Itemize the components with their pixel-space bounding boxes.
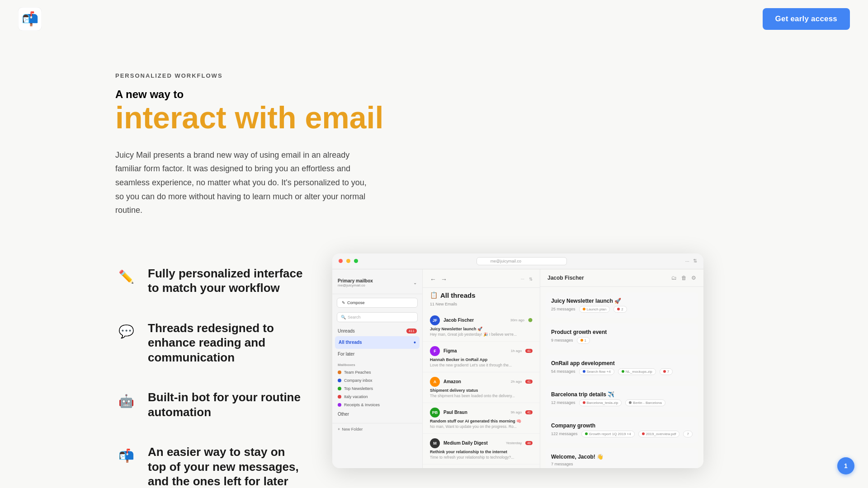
avatar: A <box>430 377 440 387</box>
traffic-light-maximize[interactable] <box>354 259 358 263</box>
logo: 📬 <box>18 7 42 31</box>
app-sidebar: Primary mailbox me@juicymail.co ⌄ ✎ Comp… <box>332 269 423 468</box>
detail-thread-item[interactable]: Barcelona trip details ✈️ 12 messages Ba… <box>546 386 698 412</box>
thread-detail-header: Jacob Fischer 🗂 🗑 ⚙ <box>540 269 703 287</box>
detail-thread-item[interactable]: Company growth 122 messages Growth repor… <box>546 417 698 443</box>
compose-button[interactable]: ✎ Compose <box>337 298 418 308</box>
mailbox-email: me@juicymail.co <box>338 283 373 287</box>
thread-list-subtitle: 11 New Emails <box>423 300 540 311</box>
main-content: PERSONALIZED WORKFLOWS A new way to inte… <box>0 0 868 488</box>
detail-thread-item[interactable]: OnRail app development 54 messages Searc… <box>546 355 698 380</box>
avatar: M <box>430 438 440 448</box>
thread-list: ← → ··· ⇅ 📋 All threads 11 New Emails <box>423 269 540 468</box>
detail-thread-item[interactable]: Welcome, Jacob! 👋 7 messages <box>546 448 698 468</box>
feature-icon-0: ✏️ <box>115 266 137 288</box>
thread-list-title: All threads <box>440 291 476 299</box>
thread-item[interactable]: PB Paul Braun 9h ago 41 Random stuff our… <box>423 403 540 434</box>
thread-item[interactable]: A Amazon 2h ago 41 Shipment delivery sta… <box>423 372 540 403</box>
traffic-light-close[interactable] <box>339 259 343 263</box>
search-bar[interactable]: 🔍 Search <box>337 312 418 322</box>
settings-icon[interactable]: ⚙ <box>691 275 696 281</box>
feature-text-2: Built-in bot for your routine automation <box>148 390 305 419</box>
avatar: PB <box>430 408 440 418</box>
detail-thread-item[interactable]: Product growth event 9 messages 1 <box>546 324 698 349</box>
feature-item-3: 📬 An easier way to stay on top of your n… <box>115 432 305 488</box>
svg-text:📬: 📬 <box>22 11 39 27</box>
mailbox-label: Primary mailbox <box>338 278 373 283</box>
folder-company-inbox[interactable]: Company inbox <box>332 376 422 385</box>
thread-item[interactable]: JF Jacob Fischer 30m ago 🟢 Juicy Newslet… <box>423 311 540 342</box>
feature-text-3: An easier way to stay on top of your new… <box>148 445 305 488</box>
features-list: ✏️ Fully personalized interface to match… <box>115 253 305 488</box>
sidebar-nav-other[interactable]: Other <box>332 409 422 419</box>
avatar: JF <box>430 315 440 325</box>
eyebrow: PERSONALIZED WORKFLOWS <box>115 72 477 79</box>
logo-icon: 📬 <box>18 7 42 31</box>
feature-icon-1: 💬 <box>115 321 137 343</box>
app-mockup-container: me@juicymail.co ··· ⇅ Primary mailbox me… <box>332 253 703 468</box>
app-mockup: Primary mailbox me@juicymail.co ⌄ ✎ Comp… <box>332 269 703 468</box>
folder-receipts[interactable]: Receipts & Invoices <box>332 401 422 409</box>
detail-user: Jacob Fischer <box>547 275 584 281</box>
hero-title: A new way to interact with email <box>115 88 477 135</box>
detail-thread-item[interactable]: Juicy Newsletter launch 🚀 25 messages La… <box>546 292 698 318</box>
feature-item-2: 🤖 Built-in bot for your routine automati… <box>115 377 305 432</box>
hero-section: PERSONALIZED WORKFLOWS A new way to inte… <box>115 45 477 217</box>
forward-button[interactable]: → <box>441 276 447 283</box>
app-title-bar: me@juicymail.co ··· ⇅ <box>332 253 703 269</box>
features-app-section: ✏️ Fully personalized interface to match… <box>115 253 753 488</box>
cta-button[interactable]: Get early access <box>763 8 850 30</box>
hero-description: Juicy Mail presents a brand new way of u… <box>115 148 368 217</box>
thread-list-header: ← → ··· ⇅ <box>423 269 540 288</box>
feature-icon-2: 🤖 <box>115 390 137 412</box>
back-button[interactable]: ← <box>430 276 436 283</box>
delete-icon[interactable]: 🗑 <box>681 275 687 281</box>
sidebar-mailboxes-header: Mailboxes <box>332 359 422 368</box>
thread-detail-list: Juicy Newsletter launch 🚀 25 messages La… <box>540 287 703 468</box>
feature-icon-3: 📬 <box>115 445 137 466</box>
avatar: F <box>430 346 440 356</box>
feature-item-1: 💬 Threads redesigned to enhance reading … <box>115 308 305 378</box>
folder-team-peaches[interactable]: Team Peaches <box>332 368 422 376</box>
sidebar-header: Primary mailbox me@juicymail.co ⌄ <box>332 275 422 294</box>
header: 📬 Get early access <box>0 0 868 38</box>
sidebar-nav-unreads[interactable]: Unreads 411 <box>332 326 422 336</box>
archive-icon[interactable]: 🗂 <box>671 275 677 281</box>
thread-item[interactable]: T Trello Yesterday 48 OnRail app design … <box>423 465 540 468</box>
thread-item[interactable]: M Medium Daily Digest Yesterday 48 Rethi… <box>423 434 540 465</box>
floating-notification-badge[interactable]: 1 <box>837 457 854 474</box>
traffic-light-minimize[interactable] <box>346 259 350 263</box>
feature-item-0: ✏️ Fully personalized interface to match… <box>115 253 305 308</box>
thread-detail: Jacob Fischer 🗂 🗑 ⚙ Juicy Newsletter lau… <box>540 269 703 468</box>
folder-italy-vacation[interactable]: Italy vacation <box>332 393 422 401</box>
feature-text-1: Threads redesigned to enhance reading an… <box>148 321 305 365</box>
sidebar-nav-allthreads[interactable]: All threads • <box>335 336 420 349</box>
folder-top-newsletters[interactable]: Top Newsletters <box>332 385 422 393</box>
thread-item[interactable]: F Figma 1h ago 41 Hannah Becker in OnRai… <box>423 342 540 372</box>
feature-text-0: Fully personalized interface to match yo… <box>148 266 305 296</box>
new-folder-button[interactable]: + New Folder <box>332 423 422 435</box>
sidebar-nav-forlater[interactable]: For later <box>332 349 422 359</box>
